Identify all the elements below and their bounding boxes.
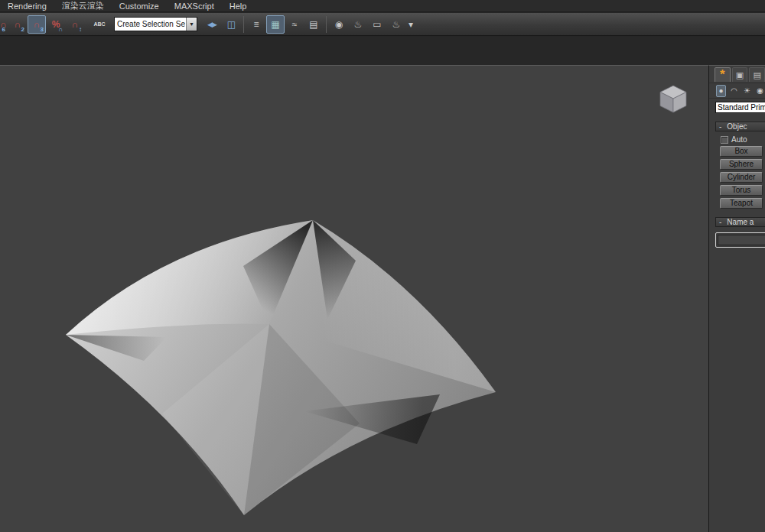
shapes-spline-icon: ◠	[731, 86, 737, 95]
tab-modify[interactable]: ▣	[732, 67, 748, 82]
category-cameras[interactable]: ◉	[755, 85, 765, 97]
name-color-rollout-header[interactable]: - Name a	[715, 217, 765, 227]
main-toolbar: ∩ 6 ∩ 2 ∩ 3 % ∩ ∩ ↕ ABC Create Selection…	[0, 13, 765, 36]
command-panel: * ▣ ▤ ● ◠ ☀ ◉ Standard Primiti - Objec A…	[708, 65, 765, 532]
mirror-icon: ◀▶	[207, 21, 216, 28]
object-type-rollout-header[interactable]: - Objec	[715, 122, 765, 131]
scene-explorer-icon: ▦	[271, 19, 279, 30]
snap-badge: ∩	[58, 27, 63, 33]
geometry-sphere-icon: ●	[718, 86, 723, 95]
create-category-row: ● ◠ ☀ ◉	[709, 83, 765, 99]
create-star-icon: *	[720, 71, 725, 79]
viewport-canvas	[0, 66, 708, 532]
autogrid-checkbox[interactable]	[721, 136, 728, 144]
spinner-snap-button[interactable]: ∩ ↕	[66, 15, 84, 34]
snap-toggle-2d-button[interactable]: ∩ 2	[8, 15, 27, 34]
flyout-arrow-icon: ▾	[409, 19, 413, 30]
layers-icon: ≡	[253, 19, 259, 30]
snap-toggle-partial-button[interactable]: ∩ 6	[0, 15, 8, 34]
toolbar-divider	[326, 16, 327, 33]
selection-set-value: Create Selection Se	[115, 18, 186, 31]
rollout-collapse-icon: -	[719, 218, 721, 226]
snap-badge: 2	[21, 27, 24, 33]
modify-icon: ▣	[736, 70, 744, 80]
magnet-icon: ∩	[72, 19, 79, 30]
viewcube[interactable]	[660, 86, 686, 112]
render-teapot-icon: ♨	[392, 19, 401, 30]
ribbon-gap	[0, 37, 765, 65]
perspective-viewport[interactable]	[0, 65, 708, 532]
render-teapot-icon: ♨	[354, 19, 363, 30]
keyboard-abc-icon: ABC	[93, 21, 105, 27]
keyboard-shortcut-override-button[interactable]: ABC	[90, 15, 109, 34]
spinner-arrows-icon: ↕	[79, 27, 82, 33]
toolbar-divider	[243, 16, 244, 33]
align-icon: ◫	[227, 19, 235, 30]
schematic-view-button[interactable]: ▤	[304, 15, 323, 34]
rollout-collapse-icon: -	[719, 122, 721, 131]
render-production-button[interactable]: ♨	[387, 15, 405, 34]
angle-percent-snap-button[interactable]: % ∩	[47, 15, 65, 34]
tab-create[interactable]: *	[715, 67, 731, 82]
category-lights[interactable]: ☀	[742, 85, 752, 97]
named-selection-set-dropdown[interactable]: Create Selection Se ▼	[114, 17, 197, 31]
rendered-frame-window-button[interactable]: ▭	[368, 15, 386, 34]
mirror-button[interactable]: ◀▶	[203, 15, 221, 34]
torus-button[interactable]: Torus	[720, 185, 763, 196]
object-class-dropdown[interactable]: Standard Primiti	[715, 102, 765, 113]
box-button[interactable]: Box	[720, 146, 763, 157]
frame-window-icon: ▭	[373, 19, 381, 30]
hierarchy-icon: ▤	[753, 70, 760, 80]
snap-toggle-3d-button[interactable]: ∩ 3	[28, 15, 46, 34]
menu-cloud-render[interactable]: 渲染云渲染	[54, 0, 112, 12]
snap-badge: 3	[41, 27, 44, 33]
cylinder-button[interactable]: Cylinder	[720, 172, 763, 183]
category-shapes[interactable]: ◠	[729, 85, 739, 97]
category-geometry[interactable]: ●	[716, 85, 726, 97]
chevron-down-icon[interactable]: ▼	[186, 18, 197, 31]
command-panel-tabs: * ▣ ▤	[709, 66, 765, 83]
magnet-icon: ∩	[15, 19, 21, 30]
deformed-surface-object[interactable]	[66, 220, 496, 515]
autogrid-row: Auto	[721, 135, 765, 144]
render-flyout-arrow[interactable]: ▾	[406, 15, 415, 34]
rollout-label: Name a	[727, 218, 754, 226]
menu-maxscript[interactable]: MAXScript	[167, 1, 222, 11]
magnet-icon: ∩	[34, 19, 41, 30]
teapot-button[interactable]: Teapot	[720, 198, 763, 209]
cameras-icon: ◉	[757, 86, 763, 95]
align-button[interactable]: ◫	[222, 15, 240, 34]
scene-explorer-button[interactable]: ▦	[266, 15, 285, 34]
name-field-frame	[715, 232, 765, 248]
material-editor-button[interactable]: ◉	[330, 15, 348, 34]
lights-icon: ☀	[744, 86, 750, 95]
material-sphere-icon: ◉	[335, 19, 343, 30]
object-name-input[interactable]	[718, 235, 765, 245]
curve-editor-button[interactable]: ≈	[285, 15, 304, 34]
schematic-icon: ▤	[309, 19, 317, 30]
render-setup-button[interactable]: ♨	[349, 15, 367, 34]
rollout-label: Objec	[727, 122, 747, 131]
sphere-button[interactable]: Sphere	[720, 159, 763, 170]
autogrid-label: Auto	[731, 135, 747, 144]
curve-graph-icon: ≈	[292, 19, 298, 30]
menu-rendering[interactable]: Rendering	[0, 1, 54, 11]
menu-help[interactable]: Help	[222, 1, 255, 11]
tab-hierarchy[interactable]: ▤	[749, 67, 765, 82]
layer-manager-button[interactable]: ≡	[247, 15, 265, 34]
menu-bar: Rendering 渲染云渲染 Customize MAXScript Help	[0, 0, 765, 12]
menu-customize[interactable]: Customize	[112, 1, 167, 11]
snap-badge: 6	[2, 27, 5, 33]
